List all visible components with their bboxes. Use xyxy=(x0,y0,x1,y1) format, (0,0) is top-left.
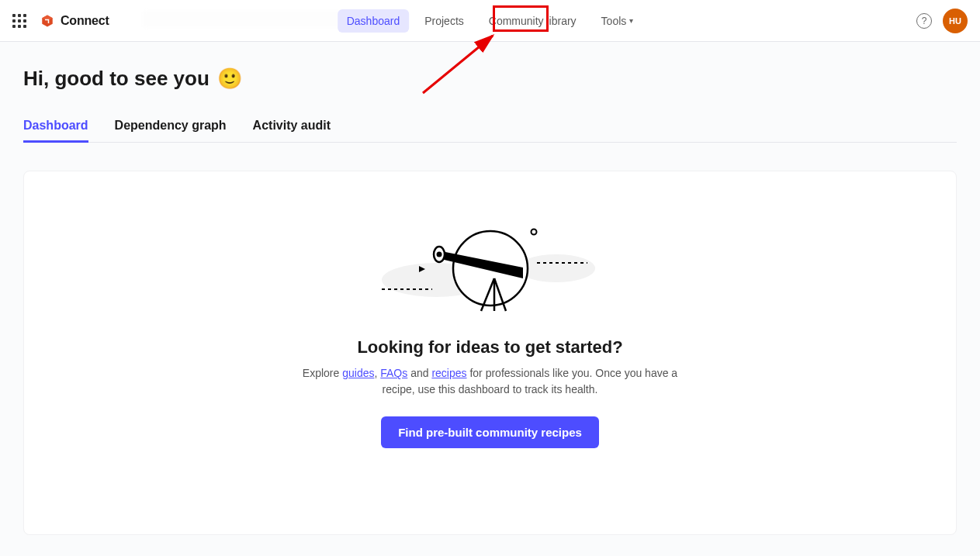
brand[interactable]: Connect xyxy=(40,14,109,28)
chevron-down-icon: ▾ xyxy=(629,16,633,25)
page-tabs: Dashboard Dependency graph Activity audi… xyxy=(23,119,957,143)
svg-point-6 xyxy=(531,230,536,235)
link-recipes[interactable]: recipes xyxy=(431,367,466,379)
nav-tools-label: Tools xyxy=(601,15,627,27)
nav-projects[interactable]: Projects xyxy=(415,9,473,33)
brand-name: Connect xyxy=(61,14,109,28)
empty-state-subtitle: Explore guides, FAQs and recipes for pro… xyxy=(293,365,688,398)
tab-activity-audit[interactable]: Activity audit xyxy=(253,119,331,143)
greeting-emoji: 🙂 xyxy=(217,67,242,91)
greeting-text: Hi, good to see you xyxy=(23,67,210,91)
tab-dependency-graph[interactable]: Dependency graph xyxy=(115,119,227,143)
nav-community-library[interactable]: Community library xyxy=(480,9,586,33)
avatar[interactable]: HU xyxy=(943,9,968,33)
nav-tools[interactable]: Tools ▾ xyxy=(592,9,643,33)
svg-point-2 xyxy=(518,254,595,282)
tab-dashboard[interactable]: Dashboard xyxy=(23,119,88,143)
svg-point-10 xyxy=(436,252,442,257)
empty-state-card: Looking for ideas to get started? Explor… xyxy=(23,171,957,535)
telescope-illustration xyxy=(374,218,607,319)
empty-state-title: Looking for ideas to get started? xyxy=(357,337,622,357)
link-guides[interactable]: guides xyxy=(342,367,374,379)
nav-dashboard[interactable]: Dashboard xyxy=(338,9,410,33)
help-icon[interactable]: ? xyxy=(916,13,932,29)
link-faqs[interactable]: FAQs xyxy=(380,367,407,379)
page-greeting: Hi, good to see you 🙂 xyxy=(23,67,957,91)
find-recipes-button[interactable]: Find pre-built community recipes xyxy=(381,416,599,448)
top-nav: Dashboard Projects Community library Too… xyxy=(338,9,643,33)
apps-menu-icon[interactable] xyxy=(12,14,26,28)
connect-logo-icon xyxy=(40,14,54,28)
